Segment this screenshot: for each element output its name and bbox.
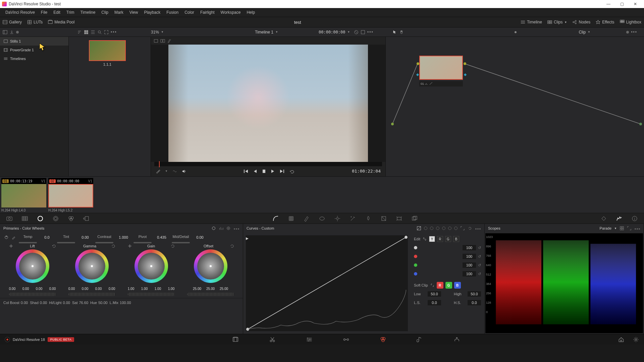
- gamma-v1[interactable]: 0.00: [66, 287, 77, 291]
- middetail-value[interactable]: 0.00: [193, 235, 207, 239]
- prev-frame-icon[interactable]: [253, 169, 257, 174]
- shad-value[interactable]: 0.00: [40, 301, 47, 305]
- gain-v4[interactable]: 1.00: [166, 287, 177, 291]
- more-icon[interactable]: [634, 226, 640, 230]
- curve-handle-icon[interactable]: [245, 237, 249, 241]
- import-icon[interactable]: [9, 30, 14, 35]
- record-dot[interactable]: [626, 31, 629, 34]
- blur-icon[interactable]: [365, 215, 372, 222]
- deliver-page-icon[interactable]: [453, 336, 460, 343]
- chevron-down-icon[interactable]: ▼: [614, 227, 617, 230]
- hue-vs-lum-icon[interactable]: [436, 227, 439, 230]
- pick-white-icon[interactable]: [11, 235, 16, 240]
- hs-value[interactable]: 0.0: [468, 300, 481, 305]
- crosshair-icon[interactable]: [9, 244, 13, 248]
- gallery-toggle[interactable]: Gallery: [0, 18, 24, 26]
- node-in-connector[interactable]: [417, 62, 419, 65]
- lmix-value[interactable]: 100.00: [120, 301, 131, 305]
- reset-icon[interactable]: ↺: [478, 272, 481, 276]
- channel-r-button[interactable]: R: [437, 236, 443, 242]
- media-page-icon[interactable]: [232, 336, 239, 343]
- unmix-icon[interactable]: [172, 169, 177, 174]
- settings-icon[interactable]: [633, 336, 639, 343]
- more-icon[interactable]: [233, 226, 239, 230]
- offset-jog[interactable]: [187, 293, 234, 296]
- menu-help[interactable]: Help: [244, 9, 258, 16]
- color-checker-icon[interactable]: [21, 215, 28, 222]
- menu-clip[interactable]: Clip: [99, 9, 111, 16]
- viewer-timecode[interactable]: 00:00:00:00: [319, 30, 345, 35]
- clip-tile-2[interactable]: 02 00:00:00:00 V1 H.264 High L5.2: [48, 178, 93, 212]
- node-input-dot[interactable]: [391, 123, 394, 125]
- node-graph[interactable]: 01: [386, 37, 644, 176]
- offset-wheel[interactable]: [194, 249, 227, 283]
- more-icon[interactable]: •••: [111, 30, 117, 35]
- image-wipe-icon[interactable]: [154, 39, 158, 43]
- reset-icon[interactable]: [170, 244, 174, 248]
- gallery-album-timelines[interactable]: Timelines: [0, 54, 68, 63]
- list-view-icon[interactable]: [91, 30, 95, 35]
- lift-v4[interactable]: 0.00: [47, 287, 58, 291]
- expand-icon[interactable]: [460, 226, 465, 231]
- menu-timeline[interactable]: Timeline: [77, 9, 98, 16]
- sat-value[interactable]: 76.60: [79, 301, 88, 305]
- sizing-icon[interactable]: [396, 215, 402, 222]
- hue-vs-hue-icon[interactable]: [424, 227, 427, 230]
- keyframe-icon[interactable]: [600, 215, 607, 222]
- chevron-down-icon[interactable]: ▼: [275, 31, 278, 34]
- effects-toggle[interactable]: Effects: [593, 18, 617, 26]
- warper-icon[interactable]: [288, 215, 294, 222]
- nodes-toggle[interactable]: Nodes: [570, 18, 593, 26]
- edit-page-icon[interactable]: [306, 336, 313, 343]
- gain-v1[interactable]: 1.00: [125, 287, 137, 291]
- lum-intensity[interactable]: 100: [463, 245, 476, 250]
- lift-v3[interactable]: 0.00: [34, 287, 45, 291]
- minimize-button[interactable]: —: [602, 2, 615, 6]
- hue-vs-sat-icon[interactable]: [430, 227, 433, 230]
- channel-y-button[interactable]: Y: [429, 236, 435, 242]
- search-icon[interactable]: [97, 30, 102, 35]
- curve-graph[interactable]: [246, 235, 408, 331]
- contrast-value[interactable]: 1.000: [116, 235, 131, 239]
- timeline-toggle[interactable]: Timeline: [518, 18, 545, 26]
- lift-v1[interactable]: 0.00: [7, 287, 18, 291]
- colboost-value[interactable]: 0.00: [21, 301, 28, 305]
- menu-davinci[interactable]: DaVinci Resolve: [3, 9, 38, 16]
- cut-page-icon[interactable]: [269, 336, 276, 343]
- red-intensity[interactable]: 100: [463, 254, 476, 259]
- maximize-button[interactable]: ▢: [615, 2, 629, 6]
- temp-value[interactable]: 0.0: [40, 235, 54, 239]
- qualifier-icon[interactable]: [303, 215, 310, 222]
- menu-workspace[interactable]: Workspace: [218, 9, 244, 16]
- pivot-value[interactable]: 0.435: [154, 235, 169, 239]
- node-out-connector[interactable]: [464, 62, 466, 65]
- camera-raw-icon[interactable]: [6, 215, 13, 222]
- channel-b-button[interactable]: B: [453, 236, 459, 242]
- expand-icon[interactable]: [627, 226, 632, 231]
- reset-icon[interactable]: [111, 244, 115, 248]
- hilight-value[interactable]: 0.00: [63, 301, 70, 305]
- tracker-icon[interactable]: [334, 215, 341, 222]
- log-mode-icon[interactable]: [226, 226, 231, 231]
- sat-vs-lum-icon[interactable]: [454, 227, 458, 230]
- fairlight-page-icon[interactable]: [417, 336, 423, 343]
- grid-view-icon[interactable]: [84, 30, 89, 35]
- softclip-g-button[interactable]: G: [445, 282, 452, 289]
- record-dot[interactable]: [16, 31, 19, 34]
- lift-jog[interactable]: [9, 293, 56, 296]
- green-intensity[interactable]: 100: [463, 262, 476, 268]
- play-icon[interactable]: [271, 169, 275, 174]
- motion-icon[interactable]: [83, 215, 90, 222]
- custom-curve-icon[interactable]: [417, 226, 421, 231]
- magic-mask-icon[interactable]: [350, 215, 356, 222]
- gamma-v4[interactable]: 0.00: [106, 287, 118, 291]
- sidebar-toggle-icon[interactable]: [3, 30, 7, 35]
- key-icon[interactable]: [380, 215, 387, 222]
- gamma-jog[interactable]: [68, 293, 115, 296]
- blue-intensity[interactable]: 100: [463, 271, 476, 277]
- gamma-v3[interactable]: 0.00: [93, 287, 104, 291]
- high-value[interactable]: 50.0: [468, 291, 481, 297]
- offset-v3[interactable]: 25.00: [218, 287, 230, 291]
- softclip-r-button[interactable]: R: [437, 282, 443, 289]
- menu-trim[interactable]: Trim: [64, 9, 77, 16]
